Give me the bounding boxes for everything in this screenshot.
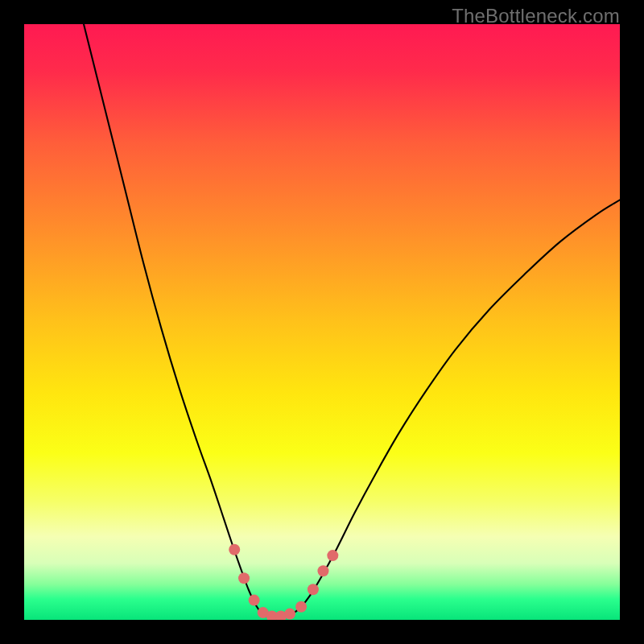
chart-background — [24, 24, 620, 620]
marker-point — [317, 565, 328, 576]
marker-point — [249, 595, 260, 606]
marker-point — [295, 601, 307, 613]
chart-frame — [24, 24, 620, 620]
marker-point — [327, 550, 338, 561]
marker-point — [284, 609, 295, 620]
bottleneck-chart — [24, 24, 620, 620]
marker-point — [229, 544, 240, 555]
marker-point — [238, 572, 250, 584]
marker-point — [308, 584, 319, 595]
